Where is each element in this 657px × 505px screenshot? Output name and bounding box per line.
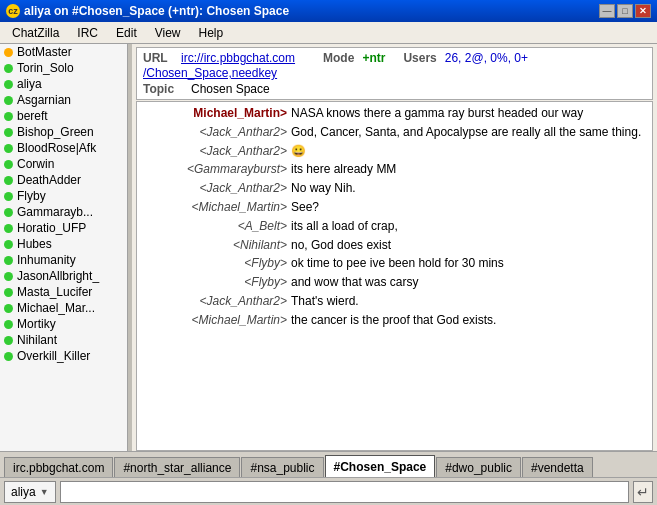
- user-name: Michael_Mar...: [17, 301, 95, 315]
- sidebar-user-item[interactable]: Flyby: [0, 188, 127, 204]
- chat-line: <Flyby>ok time to pee ive been hold for …: [141, 254, 648, 273]
- chat-text: its here already MM: [291, 161, 648, 178]
- send-button[interactable]: ↵: [633, 481, 653, 503]
- user-name: Masta_Lucifer: [17, 285, 92, 299]
- chat-nick: <Jack_Anthar2>: [141, 143, 291, 160]
- topic-bar: Topic Chosen Space: [143, 82, 646, 96]
- url-value[interactable]: irc://irc.pbbgchat.com: [181, 51, 295, 65]
- sidebar-user-item[interactable]: Asgarnian: [0, 92, 127, 108]
- tab-vendetta[interactable]: #vendetta: [522, 457, 593, 477]
- menu-irc[interactable]: IRC: [69, 24, 106, 42]
- chat-text: God, Cancer, Santa, and Apocalypse are r…: [291, 124, 648, 141]
- chat-text: That's wierd.: [291, 293, 648, 310]
- chat-line: Michael_Martin>NASA knows there a gamma …: [141, 104, 648, 123]
- user-name: Mortiky: [17, 317, 56, 331]
- chat-nick: <Flyby>: [141, 274, 291, 291]
- nick-selector[interactable]: aliya ▼: [4, 481, 56, 503]
- minimize-button[interactable]: —: [599, 4, 615, 18]
- main-layout: BotMasterTorin_SoloaliyaAsgarnianbereftB…: [0, 44, 657, 451]
- title-bar-buttons: — □ ✕: [599, 4, 651, 18]
- chat-nick: <Jack_Anthar2>: [141, 180, 291, 197]
- chat-nick: <Jack_Anthar2>: [141, 124, 291, 141]
- chat-nick: <Michael_Martin>: [141, 199, 291, 216]
- close-button[interactable]: ✕: [635, 4, 651, 18]
- channel-value[interactable]: /Chosen_Space,needkey: [143, 66, 277, 80]
- chat-input[interactable]: [60, 481, 629, 503]
- chat-text: See?: [291, 199, 648, 216]
- user-name: Gammarayb...: [17, 205, 93, 219]
- user-name: Corwin: [17, 157, 54, 171]
- tab-bar: irc.pbbgchat.com#north_star_alliance#nsa…: [0, 451, 657, 477]
- topic-value: Chosen Space: [191, 82, 270, 96]
- sidebar-user-item[interactable]: JasonAllbright_: [0, 268, 127, 284]
- chat-nick: <Gammarayburst>: [141, 161, 291, 178]
- chat-text: NASA knows there a gamma ray burst heade…: [291, 105, 648, 122]
- chat-line: <A_Belt>its all a load of crap,: [141, 217, 648, 236]
- title-bar-left: cz aliya on #Chosen_Space (+ntr): Chosen…: [6, 4, 289, 18]
- chat-nick: <A_Belt>: [141, 218, 291, 235]
- menu-view[interactable]: View: [147, 24, 189, 42]
- sidebar-user-item[interactable]: Mortiky: [0, 316, 127, 332]
- channel-line: /Chosen_Space,needkey: [143, 66, 646, 80]
- sidebar-user-item[interactable]: BloodRose|Afk: [0, 140, 127, 156]
- user-name: Inhumanity: [17, 253, 76, 267]
- sidebar-user-item[interactable]: Inhumanity: [0, 252, 127, 268]
- user-status-dot: [4, 64, 13, 73]
- chat-nick: <Flyby>: [141, 255, 291, 272]
- sidebar-user-item[interactable]: bereft: [0, 108, 127, 124]
- user-status-dot: [4, 160, 13, 169]
- title-bar: cz aliya on #Chosen_Space (+ntr): Chosen…: [0, 0, 657, 22]
- user-status-dot: [4, 176, 13, 185]
- sidebar-user-item[interactable]: Horatio_UFP: [0, 220, 127, 236]
- user-name: Bishop_Green: [17, 125, 94, 139]
- tab-dwo_public[interactable]: #dwo_public: [436, 457, 521, 477]
- sidebar-user-item[interactable]: Gammarayb...: [0, 204, 127, 220]
- user-status-dot: [4, 192, 13, 201]
- chat-text: ok time to pee ive been hold for 30 mins: [291, 255, 648, 272]
- user-name: Overkill_Killer: [17, 349, 90, 363]
- sidebar-user-item[interactable]: Bishop_Green: [0, 124, 127, 140]
- user-status-dot: [4, 256, 13, 265]
- sidebar-user-item[interactable]: DeathAdder: [0, 172, 127, 188]
- user-status-dot: [4, 336, 13, 345]
- tab-north_star_alliance[interactable]: #north_star_alliance: [114, 457, 240, 477]
- users-label: Users: [403, 51, 436, 65]
- sidebar-user-item[interactable]: BotMaster: [0, 44, 127, 60]
- sidebar-user-item[interactable]: Hubes: [0, 236, 127, 252]
- app-icon: cz: [6, 4, 20, 18]
- sidebar-user-item[interactable]: Overkill_Killer: [0, 348, 127, 364]
- user-name: bereft: [17, 109, 48, 123]
- chat-nick: <Michael_Martin>: [141, 312, 291, 329]
- chat-area: URL irc://irc.pbbgchat.com Mode +ntr Use…: [132, 44, 657, 451]
- mode-value: +ntr: [362, 51, 385, 65]
- menu-help[interactable]: Help: [191, 24, 232, 42]
- chat-text: no, God does exist: [291, 237, 648, 254]
- tab-irc.pbbgchat.com[interactable]: irc.pbbgchat.com: [4, 457, 113, 477]
- sidebar-user-item[interactable]: Michael_Mar...: [0, 300, 127, 316]
- chat-line: <Jack_Anthar2>😀: [141, 142, 648, 161]
- sidebar-user-item[interactable]: Masta_Lucifer: [0, 284, 127, 300]
- user-name: DeathAdder: [17, 173, 81, 187]
- user-status-dot: [4, 128, 13, 137]
- menu-edit[interactable]: Edit: [108, 24, 145, 42]
- sidebar-user-item[interactable]: aliya: [0, 76, 127, 92]
- tab-nsa_public[interactable]: #nsa_public: [241, 457, 323, 477]
- title-bar-text: aliya on #Chosen_Space (+ntr): Chosen Sp…: [24, 4, 289, 18]
- maximize-button[interactable]: □: [617, 4, 633, 18]
- user-name: Horatio_UFP: [17, 221, 86, 235]
- sidebar-user-item[interactable]: Corwin: [0, 156, 127, 172]
- tab-Chosen_Space[interactable]: #Chosen_Space: [325, 455, 436, 477]
- chat-line: <Jack_Anthar2>No way Nih.: [141, 179, 648, 198]
- chat-nick: Michael_Martin>: [141, 105, 291, 122]
- channel-info-bar: URL irc://irc.pbbgchat.com Mode +ntr Use…: [136, 47, 653, 100]
- menu-chatzilla[interactable]: ChatZilla: [4, 24, 67, 42]
- chat-line: <Gammarayburst>its here already MM: [141, 160, 648, 179]
- user-list: BotMasterTorin_SoloaliyaAsgarnianbereftB…: [0, 44, 128, 451]
- user-status-dot: [4, 352, 13, 361]
- chat-text: and wow that was carsy: [291, 274, 648, 291]
- chat-nick: <Nihilant>: [141, 237, 291, 254]
- sidebar-user-item[interactable]: Nihilant: [0, 332, 127, 348]
- chat-text: the cancer is the proof that God exists.: [291, 312, 648, 329]
- user-name: Asgarnian: [17, 93, 71, 107]
- sidebar-user-item[interactable]: Torin_Solo: [0, 60, 127, 76]
